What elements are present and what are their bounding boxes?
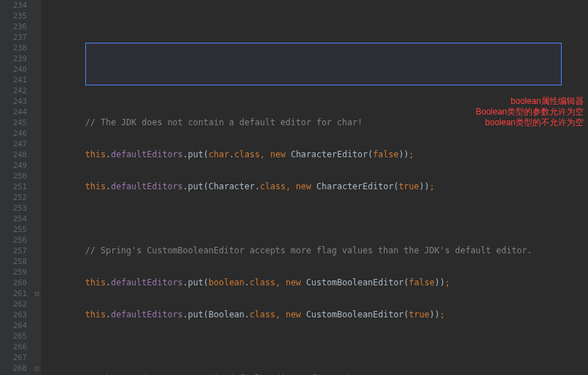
fold-marker <box>33 32 41 43</box>
fold-marker <box>33 256 41 267</box>
selection-highlight <box>85 43 562 85</box>
line-number: 260 <box>3 278 27 288</box>
fold-marker <box>33 213 41 224</box>
line-number: 250 <box>3 171 27 181</box>
line-number: 249 <box>3 160 27 171</box>
line-number: 262 <box>3 299 27 310</box>
line-number: 266 <box>3 342 27 352</box>
code-line: this.defaultEditors.put(Character.class,… <box>44 181 588 192</box>
fold-marker <box>33 192 41 203</box>
fold-marker <box>33 320 41 331</box>
fold-marker <box>33 331 41 342</box>
line-number: 254 <box>3 213 27 224</box>
fold-marker <box>33 235 41 245</box>
line-number: 263 <box>3 310 27 320</box>
line-number: 238 <box>3 43 27 53</box>
fold-marker <box>33 0 41 11</box>
line-number: 247 <box>3 139 27 149</box>
code-line: // The JDK does not contain a default ed… <box>44 117 588 128</box>
annotation-1: boolean属性编辑器 <box>511 96 584 107</box>
line-number: 268 <box>3 363 27 374</box>
line-number-gutter: 2342352362372382392402412422432442452462… <box>0 0 33 375</box>
line-number: 264 <box>3 320 27 331</box>
fold-marker <box>33 117 41 128</box>
line-number: 258 <box>3 256 27 267</box>
line-number: 253 <box>3 203 27 213</box>
fold-marker <box>33 352 41 363</box>
line-number: 246 <box>3 128 27 139</box>
fold-marker <box>33 310 41 320</box>
fold-marker <box>33 53 41 64</box>
fold-marker <box>33 267 41 278</box>
fold-marker <box>33 171 41 181</box>
code-line <box>44 85 588 96</box>
line-number: 255 <box>3 224 27 235</box>
line-number: 234 <box>3 0 27 11</box>
line-number: 257 <box>3 245 27 256</box>
line-number: 243 <box>3 96 27 107</box>
fold-marker[interactable]: ⊟ <box>33 288 41 299</box>
code-area[interactable]: boolean属性编辑器 Boolean类型的参数允许为空 boolean类型的… <box>41 0 588 375</box>
line-number: 252 <box>3 192 27 203</box>
fold-marker <box>33 160 41 171</box>
fold-marker <box>33 245 41 256</box>
fold-marker[interactable]: ⊡ <box>33 363 41 374</box>
line-number: 245 <box>3 117 27 128</box>
code-line <box>44 342 588 352</box>
line-number: 237 <box>3 32 27 43</box>
annotation-2: Boolean类型的参数允许为空 <box>476 107 584 117</box>
fold-marker <box>33 21 41 32</box>
line-number: 242 <box>3 85 27 96</box>
line-number: 235 <box>3 11 27 21</box>
fold-marker <box>33 43 41 53</box>
fold-marker <box>33 64 41 75</box>
line-number: 236 <box>3 21 27 32</box>
code-line: this.defaultEditors.put(Boolean.class, n… <box>44 310 588 320</box>
code-line <box>44 213 588 224</box>
fold-marker <box>33 181 41 192</box>
code-line: this.defaultEditors.put(boolean.class, n… <box>44 278 588 288</box>
code-line: this.defaultEditors.put(char.class, new … <box>44 149 588 160</box>
fold-marker <box>33 128 41 139</box>
fold-marker <box>33 203 41 213</box>
line-number: 239 <box>3 53 27 64</box>
line-number: 241 <box>3 75 27 85</box>
code-line: // Spring's CustomBooleanEditor accepts … <box>44 245 588 256</box>
fold-marker <box>33 342 41 352</box>
fold-marker <box>33 75 41 85</box>
fold-marker <box>33 149 41 160</box>
line-number: 267 <box>3 352 27 363</box>
fold-marker <box>33 85 41 96</box>
line-number: 261 <box>3 288 27 299</box>
code-editor[interactable]: 2342352362372382392402412422432442452462… <box>0 0 588 375</box>
fold-marker <box>33 11 41 21</box>
fold-column[interactable]: ⊟⊡ <box>33 0 41 375</box>
line-number: 244 <box>3 107 27 117</box>
fold-marker <box>33 96 41 107</box>
fold-marker <box>33 278 41 288</box>
line-number: 240 <box>3 64 27 75</box>
fold-marker <box>33 224 41 235</box>
line-number: 259 <box>3 267 27 278</box>
line-number: 248 <box>3 149 27 160</box>
line-number: 256 <box>3 235 27 245</box>
fold-marker <box>33 107 41 117</box>
fold-marker <box>33 139 41 149</box>
fold-marker <box>33 299 41 310</box>
line-number: 265 <box>3 331 27 342</box>
line-number: 251 <box>3 181 27 192</box>
